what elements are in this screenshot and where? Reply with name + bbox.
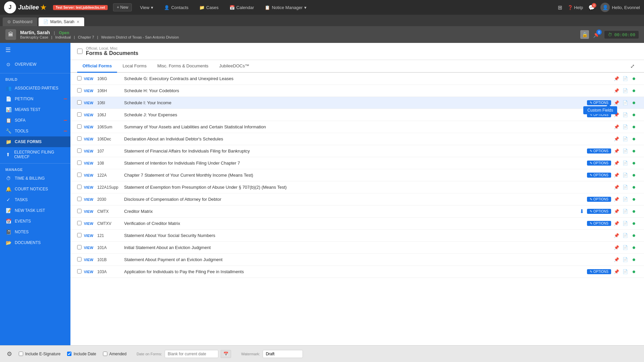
green-action-icon[interactable]: ●	[631, 244, 637, 251]
view-nav-item[interactable]: View▾	[137, 4, 156, 11]
sidebar-item-events[interactable]: 📅 EVENTS	[0, 216, 70, 227]
view-button[interactable]: VIEW	[84, 89, 97, 93]
row-checkbox[interactable]	[77, 221, 82, 225]
view-button[interactable]: VIEW	[84, 77, 97, 81]
include-esignature-checkbox[interactable]	[19, 352, 23, 356]
pin-action-icon[interactable]: 📌	[613, 220, 620, 227]
grid-icon[interactable]: ⊞	[558, 4, 562, 11]
date-on-forms-input[interactable]	[165, 350, 218, 358]
view-button[interactable]: VIEW	[84, 113, 97, 117]
green-action-icon[interactable]: ●	[631, 196, 637, 203]
pin-action-icon[interactable]: 📌	[613, 148, 620, 155]
pin-action-icon[interactable]: 📌	[613, 196, 620, 203]
tab-jubileedocs[interactable]: JubileeDOCs™	[214, 60, 255, 73]
row-checkbox[interactable]	[77, 136, 82, 141]
row-checkbox[interactable]	[77, 100, 82, 105]
pin-action-icon[interactable]: 📌	[613, 136, 620, 142]
view-button[interactable]: VIEW	[84, 149, 97, 153]
tab-official-forms[interactable]: Official Forms	[77, 60, 117, 73]
select-all-checkbox[interactable]	[77, 49, 83, 54]
pin-action-icon[interactable]: 📌	[613, 184, 620, 191]
expand-button[interactable]: ⤢	[628, 60, 637, 72]
green-action-icon[interactable]: ●	[631, 75, 637, 82]
down-arrow-icon[interactable]: ⬇	[578, 208, 585, 215]
options-button[interactable]: ✎ OPTIONS	[587, 269, 611, 274]
doc-action-icon[interactable]: 📄	[622, 220, 629, 227]
doc-action-icon[interactable]: 📄	[622, 136, 629, 142]
sidebar-item-associated-parties[interactable]: 👥 ASSOCIATED PARTIES	[0, 83, 70, 94]
sidebar-item-case-forms[interactable]: 📁 CASE FORMS	[0, 136, 70, 147]
pin-action-icon[interactable]: 📌	[613, 160, 620, 167]
options-button[interactable]: ✎ OPTIONS	[587, 173, 611, 178]
watermark-input[interactable]	[263, 350, 303, 358]
pin-action-icon[interactable]: 📌	[613, 75, 620, 82]
cases-nav-item[interactable]: 📁Cases	[197, 4, 221, 11]
row-checkbox[interactable]	[77, 245, 82, 249]
sidebar-item-new-task-list[interactable]: 📝 NEW TASK LIST	[0, 205, 70, 216]
pin-action-icon[interactable]: 📌	[613, 268, 620, 275]
pin-action-icon[interactable]: 📌	[613, 232, 620, 239]
row-checkbox[interactable]	[77, 173, 82, 177]
row-checkbox[interactable]	[77, 269, 82, 274]
row-checkbox[interactable]	[77, 197, 82, 201]
tab-local-forms[interactable]: Local Forms	[117, 60, 152, 73]
sidebar-item-petition[interactable]: 📄 PETITION	[0, 94, 70, 104]
options-button[interactable]: ✎ OPTIONS	[587, 197, 611, 202]
row-checkbox[interactable]	[77, 124, 82, 129]
view-button[interactable]: VIEW	[84, 270, 97, 274]
green-action-icon[interactable]: ●	[631, 256, 637, 263]
doc-action-icon[interactable]: 📄	[622, 75, 629, 82]
green-action-icon[interactable]: ●	[631, 112, 637, 118]
view-button[interactable]: VIEW	[84, 185, 97, 189]
doc-action-icon[interactable]: 📄	[622, 268, 629, 275]
view-button[interactable]: VIEW	[84, 234, 97, 238]
options-button[interactable]: ✎ OPTIONS	[587, 209, 611, 214]
view-button[interactable]: VIEW	[84, 197, 97, 201]
view-button[interactable]: VIEW	[84, 125, 97, 129]
pin-action-icon[interactable]: 📌	[613, 256, 620, 263]
doc-action-icon[interactable]: 📄	[622, 196, 629, 203]
pin-action-icon[interactable]: 📌	[613, 244, 620, 251]
row-checkbox[interactable]	[77, 148, 82, 153]
help-button[interactable]: ❓ Help	[568, 5, 583, 10]
green-action-icon[interactable]: ●	[631, 172, 637, 179]
sidebar-item-tasks[interactable]: ✓ TASKS	[0, 194, 70, 205]
doc-action-icon[interactable]: 📄	[622, 87, 629, 94]
green-action-icon[interactable]: ●	[631, 148, 637, 155]
row-checkbox[interactable]	[77, 233, 82, 237]
doc-action-icon[interactable]: 📄	[622, 244, 629, 251]
view-button[interactable]: VIEW	[84, 173, 97, 177]
row-checkbox[interactable]	[77, 209, 82, 213]
view-button[interactable]: VIEW	[84, 246, 97, 250]
view-button[interactable]: VIEW	[84, 101, 97, 105]
notification-button[interactable]: 💬 0	[588, 4, 595, 11]
doc-action-icon[interactable]: 📄	[622, 208, 629, 215]
row-checkbox[interactable]	[77, 76, 82, 80]
doc-action-icon[interactable]: 📄	[622, 232, 629, 239]
amended-checkbox[interactable]	[103, 352, 107, 356]
sidebar-item-electronic-filing[interactable]: ⬆ ELECTRONIC FILING CM/ECF	[0, 147, 70, 162]
view-button[interactable]: VIEW	[84, 209, 97, 214]
green-action-icon[interactable]: ●	[631, 160, 637, 167]
include-date-checkbox[interactable]	[67, 352, 71, 356]
green-action-icon[interactable]: ●	[631, 136, 637, 142]
pin-action-icon[interactable]: 📌	[613, 172, 620, 179]
sidebar-item-sofa[interactable]: 📋 SOFA	[0, 115, 70, 126]
view-button[interactable]: VIEW	[84, 161, 97, 165]
doc-action-icon[interactable]: 📄	[622, 124, 629, 130]
lock-icon[interactable]: 🔒	[580, 30, 589, 39]
calendar-nav-item[interactable]: 📅Calendar	[227, 4, 257, 11]
doc-action-icon[interactable]: 📄	[622, 100, 629, 106]
sidebar-item-documents[interactable]: 📂 DOCUMENTS	[0, 237, 70, 248]
user-area[interactable]: 👤 Hello, Evonnel	[600, 3, 640, 12]
tab-misc-forms[interactable]: Misc. Forms & Documents	[152, 60, 214, 73]
doc-action-icon[interactable]: 📄	[622, 184, 629, 191]
options-button[interactable]: ✎ OPTIONS	[587, 148, 611, 154]
sidebar-item-means-test[interactable]: 📊 MEANS TEST	[0, 104, 70, 115]
sidebar-menu-icon[interactable]: ☰	[0, 43, 70, 57]
tab-close-icon[interactable]: ✕	[76, 20, 79, 24]
green-action-icon[interactable]: ●	[631, 87, 637, 94]
sidebar-item-tools[interactable]: 🔧 TOOLS	[0, 126, 70, 136]
green-action-icon[interactable]: ●	[631, 220, 637, 227]
green-action-icon[interactable]: ●	[631, 184, 637, 191]
